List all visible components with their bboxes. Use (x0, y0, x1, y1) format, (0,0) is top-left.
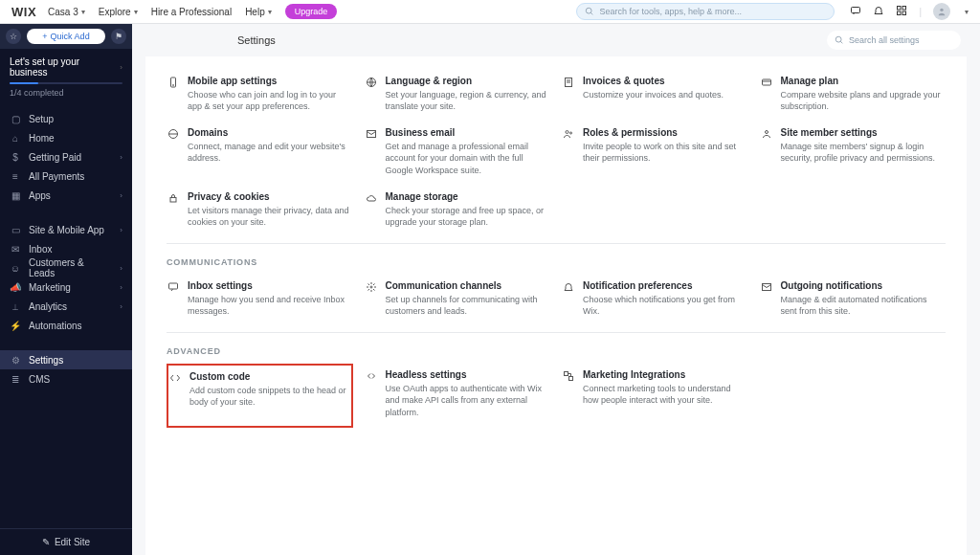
card-notification-preferences[interactable]: Notification preferencesChoose which not… (562, 275, 748, 326)
sidebar-item-marketing[interactable]: 📣Marketing› (0, 278, 132, 297)
site-switcher[interactable]: Casa 3 ▾ (48, 7, 85, 17)
sidebar-item-home[interactable]: ⌂Home (0, 128, 132, 147)
svg-point-21 (570, 132, 572, 134)
chevron-right-icon: › (120, 63, 122, 72)
sidebar-item-site-mobile-app[interactable]: ▭Site & Mobile App› (0, 220, 132, 239)
card-mobile-app-settings[interactable]: Mobile app settingsChoose who can join a… (167, 70, 353, 122)
cards-grid: Custom codeAdd custom code snippets to t… (167, 364, 946, 427)
mobile-icon: ▭ (10, 225, 21, 235)
sidebar-item-label: Getting Paid (29, 152, 81, 163)
card-privacy-cookies[interactable]: Privacy & cookiesLet visitors manage the… (167, 186, 353, 237)
card-headless-settings[interactable]: Headless settingsUse OAuth apps to authe… (365, 364, 551, 427)
sidebar-item-setup[interactable]: ▢Setup (0, 109, 132, 128)
card-title: Roles & permissions (583, 127, 745, 138)
card-desc: Get and manage a professional email acco… (386, 141, 547, 175)
sidebar-item-customers-leads[interactable]: ☺Customers & Leads› (0, 258, 132, 278)
sidebar-item-settings[interactable]: ⚙Settings (0, 350, 132, 369)
chevron-right-icon: › (120, 153, 122, 162)
sidebar-item-label: CMS (29, 374, 50, 385)
chevron-right-icon: › (120, 264, 122, 273)
chat-icon[interactable] (850, 5, 861, 18)
card-title: Manage storage (386, 191, 547, 202)
favorites-icon[interactable]: ☆ (6, 29, 21, 44)
channels-icon (365, 280, 378, 317)
card-title: Invoices & quotes (583, 76, 724, 86)
progress-text: 1/4 completed (10, 88, 122, 98)
explore-menu[interactable]: Explore ▾ (99, 7, 138, 17)
notifications-icon[interactable] (873, 5, 884, 18)
explore-label: Explore (99, 7, 131, 17)
card-language-region[interactable]: Language & regionSet your language, regi… (365, 70, 551, 122)
sidebar-item-label: Setup (29, 114, 54, 124)
card-desc: Add custom code snippets to the head or … (189, 385, 347, 408)
sidebar-item-label: Inbox (29, 244, 52, 255)
settings-header: Settings Search all settings (132, 24, 980, 56)
progress-bar (10, 82, 122, 84)
chevron-down-icon[interactable]: ▾ (965, 8, 969, 16)
sidebar-item-automations[interactable]: ⚡Automations (0, 316, 132, 335)
sidebar-item-apps[interactable]: ▦Apps› (0, 186, 132, 205)
global-search-placeholder: Search for tools, apps, help & more... (599, 7, 742, 16)
card-domains[interactable]: DomainsConnect, manage and edit your web… (167, 122, 353, 185)
card-title: Business email (386, 127, 547, 138)
card-title: Communication channels (386, 280, 547, 291)
avatar[interactable] (933, 3, 950, 20)
svg-rect-16 (762, 79, 770, 85)
search-icon (835, 35, 844, 45)
card-communication-channels[interactable]: Communication channelsSet up channels fo… (365, 275, 551, 326)
svg-point-0 (587, 8, 592, 13)
card-outgoing-notifications[interactable]: Outgoing notificationsManage & edit auto… (760, 275, 947, 326)
card-title: Headless settings (386, 369, 547, 380)
svg-line-9 (840, 41, 842, 43)
wix-logo[interactable]: WIX (11, 5, 36, 19)
chevron-down-icon: ▾ (268, 8, 272, 16)
card-title: Marketing Integrations (583, 369, 745, 380)
sidebar-item-label: Customers & Leads (29, 257, 112, 278)
sidebar-item-all-payments[interactable]: ≡All Payments (0, 166, 132, 186)
sidebar-item-label: Apps (29, 190, 51, 201)
settings-search-input[interactable]: Search all settings (827, 31, 961, 50)
cards-grid: Privacy & cookiesLet visitors manage the… (167, 186, 946, 237)
global-search-input[interactable]: Search for tools, apps, help & more... (576, 3, 835, 20)
invoice-icon (562, 76, 575, 112)
card-site-member-settings[interactable]: Site member settingsManage site members'… (760, 122, 947, 185)
card-desc: Choose which notifications you get from … (583, 294, 745, 317)
progress-fill (10, 82, 38, 84)
integration-icon (562, 369, 575, 417)
grid-icon[interactable] (896, 5, 907, 18)
cards-grid: Inbox settingsManage how you send and re… (167, 275, 946, 326)
edit-site-button[interactable]: ✎ Edit Site (0, 528, 132, 555)
card-manage-plan[interactable]: Manage planCompare website plans and upg… (760, 70, 947, 122)
chevron-right-icon: › (120, 283, 122, 292)
quick-add-button[interactable]: +Quick Add (27, 29, 105, 44)
card-manage-storage[interactable]: Manage storageCheck your storage and fre… (365, 186, 551, 237)
card-inbox-settings[interactable]: Inbox settingsManage how you send and re… (167, 275, 353, 326)
card-icon (760, 76, 773, 112)
sidebar-item-label: Automations (29, 321, 82, 331)
card-roles-permissions[interactable]: Roles & permissionsInvite people to work… (562, 122, 748, 185)
home-icon: ⌂ (10, 133, 21, 144)
card-invoices-quotes[interactable]: Invoices & quotesCustomize your invoices… (562, 70, 748, 122)
card-desc: Check your storage and free up space, or… (386, 205, 547, 228)
sidebar-item-inbox[interactable]: ✉Inbox (0, 239, 132, 258)
upgrade-button[interactable]: Upgrade (285, 4, 338, 19)
card-business-email[interactable]: Business emailGet and manage a professio… (365, 122, 551, 185)
flag-icon[interactable]: ⚑ (111, 29, 126, 44)
svg-point-25 (370, 286, 372, 288)
phone-icon (167, 76, 180, 112)
card-custom-code[interactable]: Custom codeAdd custom code snippets to t… (167, 364, 353, 427)
setup-box[interactable]: Let's set up your business› 1/4 complete… (0, 49, 132, 105)
sidebar-top: ☆ +Quick Add ⚑ (0, 24, 132, 49)
settings-panel: Mobile app settingsChoose who can join a… (145, 56, 967, 555)
card-title: Notification preferences (583, 280, 745, 291)
card-desc: Manage site members' signup & login secu… (781, 141, 943, 164)
main: Settings Search all settings Mobile app … (132, 24, 980, 555)
card-desc: Set your language, region & currency, an… (386, 89, 547, 112)
hire-link[interactable]: Hire a Professional (151, 7, 232, 17)
sidebar-item-getting-paid[interactable]: $Getting Paid› (0, 147, 132, 166)
sidebar-item-cms[interactable]: ≣CMS (0, 369, 132, 388)
card-marketing-integrations[interactable]: Marketing IntegrationsConnect marketing … (562, 364, 748, 427)
help-menu[interactable]: Help ▾ (245, 7, 272, 17)
sidebar-item-label: Home (29, 133, 55, 144)
sidebar-item-analytics[interactable]: ⟂Analytics› (0, 297, 132, 316)
